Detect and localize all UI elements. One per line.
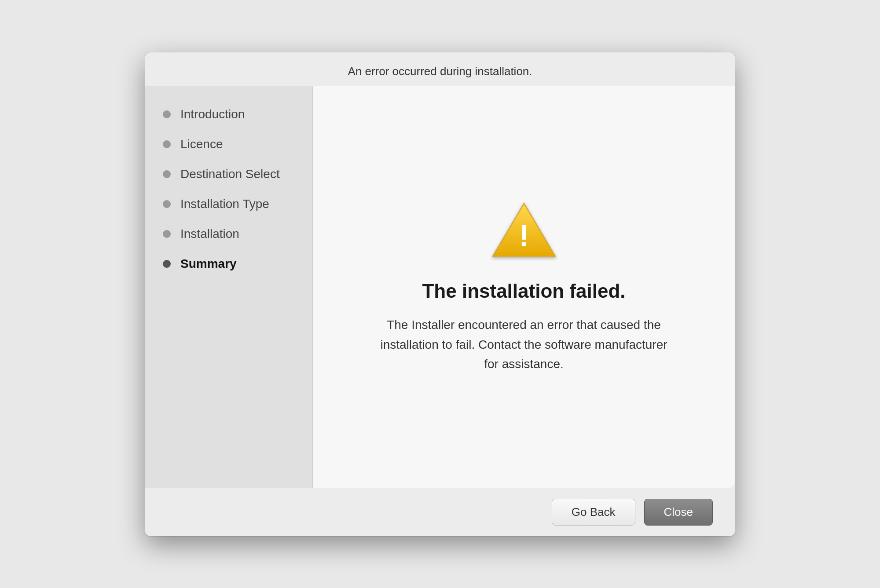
installer-window: An error occurred during installation. I…: [145, 52, 735, 536]
sidebar-dot-installation-type: [163, 200, 171, 208]
sidebar-item-licence[interactable]: Licence: [145, 129, 312, 159]
sidebar-item-destination-select[interactable]: Destination Select: [145, 159, 312, 189]
sidebar-label-licence: Licence: [180, 137, 223, 151]
sidebar-label-installation: Installation: [180, 227, 239, 241]
sidebar-label-destination-select: Destination Select: [180, 167, 280, 181]
sidebar-label-introduction: Introduction: [180, 107, 245, 121]
sidebar-dot-destination-select: [163, 170, 171, 178]
sidebar: IntroductionLicenceDestination SelectIns…: [145, 86, 312, 488]
sidebar-label-installation-type: Installation Type: [180, 197, 269, 211]
sidebar-dot-installation: [163, 230, 171, 238]
go-back-button[interactable]: Go Back: [552, 499, 635, 526]
sidebar-label-summary: Summary: [180, 257, 237, 271]
close-button[interactable]: Close: [644, 499, 713, 526]
content-area: ! The installation failed. The Installer…: [312, 86, 735, 488]
sidebar-item-installation[interactable]: Installation: [145, 219, 312, 249]
sidebar-item-installation-type[interactable]: Installation Type: [145, 189, 312, 219]
main-content: IntroductionLicenceDestination SelectIns…: [145, 86, 735, 488]
title-bar: An error occurred during installation.: [145, 52, 735, 86]
svg-text:!: !: [519, 219, 529, 253]
sidebar-item-introduction[interactable]: Introduction: [145, 99, 312, 129]
sidebar-dot-summary: [163, 260, 171, 268]
sidebar-item-summary[interactable]: Summary: [145, 249, 312, 279]
sidebar-dot-licence: [163, 140, 171, 148]
warning-triangle-svg: !: [489, 199, 559, 261]
title-text: An error occurred during installation.: [348, 65, 532, 78]
warning-icon: !: [489, 199, 559, 263]
error-title: The installation failed.: [422, 280, 625, 302]
error-description: The Installer encountered an error that …: [374, 315, 674, 374]
footer: Go Back Close: [145, 488, 735, 536]
sidebar-dot-introduction: [163, 110, 171, 118]
